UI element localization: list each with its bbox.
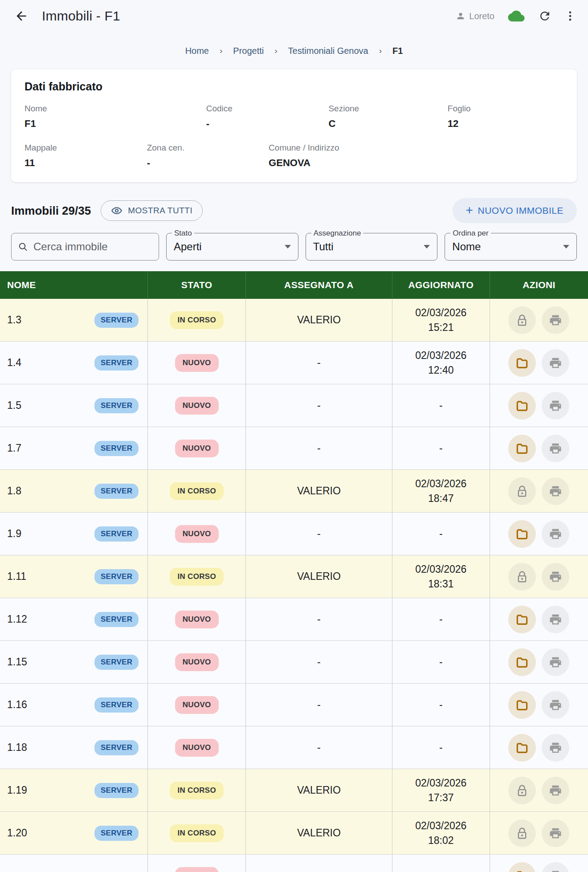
row-time: 18:47 [415, 491, 466, 506]
print-action-button[interactable] [542, 349, 569, 377]
card-title: Dati fabbricato [24, 80, 564, 93]
table-row[interactable]: 1.12 SERVER NUOVO - - [0, 598, 588, 641]
folder-action-button[interactable] [508, 392, 536, 420]
lock-action-button[interactable] [508, 563, 536, 591]
print-action-button[interactable] [542, 606, 569, 633]
back-arrow-icon [14, 9, 29, 23]
table-row[interactable]: SERVER NUOVO - - [0, 855, 588, 872]
row-updated: 02/03/2026 12:40 [415, 348, 466, 378]
page-title: Immobili - F1 [42, 8, 120, 24]
lock-icon [515, 784, 529, 797]
table-row[interactable]: 1.8 SERVER IN CORSO VALERIO 02/03/2026 1… [0, 470, 588, 513]
table-row[interactable]: 1.5 SERVER NUOVO - - [0, 384, 588, 427]
folder-action-button[interactable] [508, 734, 536, 762]
lock-action-button[interactable] [508, 819, 536, 847]
row-assigned: VALERIO [297, 485, 341, 497]
print-action-button[interactable] [542, 306, 569, 334]
print-action-button[interactable] [542, 648, 569, 676]
table-row[interactable]: 1.9 SERVER NUOVO - - [0, 513, 588, 555]
row-assigned: - [317, 870, 321, 872]
sync-cloud-icon[interactable] [507, 8, 526, 24]
row-date: - [439, 441, 443, 456]
table-row[interactable]: 1.7 SERVER NUOVO - - [0, 427, 588, 470]
status-pill: NUOVO [175, 696, 219, 714]
breadcrumb-separator: › [274, 46, 277, 56]
breadcrumb-progetti[interactable]: Progetti [233, 46, 264, 56]
assegnazione-select[interactable]: Assegnazione Tutti [306, 233, 438, 261]
row-time: 17:37 [415, 791, 466, 805]
folder-icon [515, 741, 529, 755]
status-pill: NUOVO [175, 397, 219, 415]
folder-icon [515, 698, 529, 712]
print-action-button[interactable] [542, 520, 569, 548]
row-updated: 02/03/2026 15:21 [415, 306, 466, 335]
row-updated: 02/03/2026 18:47 [415, 477, 466, 506]
field-nome: Nome F1 [24, 104, 206, 130]
chevron-down-icon [285, 245, 291, 249]
breadcrumb-testimoniali-genova[interactable]: Testimoniali Genova [288, 46, 368, 56]
server-badge: SERVER [94, 526, 139, 542]
lock-action-button[interactable] [508, 306, 536, 334]
lock-icon [515, 314, 529, 327]
folder-action-button[interactable] [508, 691, 536, 719]
table-row[interactable]: 1.15 SERVER NUOVO - - [0, 641, 588, 684]
print-action-button[interactable] [542, 563, 569, 591]
server-badge: SERVER [94, 826, 139, 841]
folder-action-button[interactable] [508, 349, 536, 377]
table-row[interactable]: 1.4 SERVER NUOVO - 02/03/2026 12:40 [0, 342, 588, 384]
column-header-nome: NOME [0, 271, 147, 299]
print-action-button[interactable] [542, 691, 569, 719]
server-badge: SERVER [94, 569, 139, 584]
ordina-per-select[interactable]: Ordina per Nome [445, 233, 577, 261]
row-date: - [439, 398, 443, 413]
row-assigned: - [317, 442, 321, 454]
status-pill: IN CORSO [170, 568, 223, 586]
new-immobile-button[interactable]: + NUOVO IMMOBILE [453, 198, 577, 223]
printer-icon [549, 656, 562, 669]
table-row[interactable]: 1.3 SERVER IN CORSO VALERIO 02/03/2026 1… [0, 299, 588, 342]
row-updated: - [439, 526, 443, 541]
row-name: 1.20 [7, 827, 27, 839]
print-action-button[interactable] [542, 477, 569, 505]
search-icon [18, 241, 28, 253]
print-action-button[interactable] [542, 777, 569, 804]
row-updated: 02/03/2026 17:37 [415, 776, 466, 805]
search-input[interactable] [33, 240, 152, 253]
user-chip[interactable]: Loreto [456, 11, 494, 21]
folder-action-button[interactable] [508, 606, 536, 633]
show-all-button[interactable]: MOSTRA TUTTI [101, 200, 203, 221]
server-badge: SERVER [94, 484, 139, 499]
folder-action-button[interactable] [508, 520, 536, 548]
row-name: 1.11 [7, 570, 26, 583]
search-box[interactable] [11, 233, 159, 261]
table-row[interactable]: 1.19 SERVER IN CORSO VALERIO 02/03/2026 … [0, 769, 588, 812]
server-badge: SERVER [94, 740, 139, 755]
status-pill: NUOVO [175, 739, 219, 757]
breadcrumb: Home › Progetti › Testimoniali Genova › … [0, 32, 588, 69]
folder-action-button[interactable] [508, 648, 536, 676]
print-action-button[interactable] [542, 819, 569, 847]
print-action-button[interactable] [542, 862, 569, 872]
stato-select[interactable]: Stato Aperti [166, 233, 298, 261]
lock-action-button[interactable] [508, 477, 536, 505]
row-assigned: - [317, 699, 321, 711]
print-action-button[interactable] [542, 734, 569, 762]
lock-action-button[interactable] [508, 777, 536, 804]
back-button[interactable] [12, 6, 31, 26]
table-row[interactable]: 1.11 SERVER IN CORSO VALERIO 02/03/2026 … [0, 555, 588, 598]
row-date: 02/03/2026 [415, 776, 466, 791]
folder-action-button[interactable] [508, 435, 536, 462]
overflow-menu-button[interactable] [564, 10, 576, 22]
row-date: 02/03/2026 [415, 477, 466, 491]
print-action-button[interactable] [542, 392, 569, 420]
folder-action-button[interactable] [508, 862, 536, 872]
row-date: - [439, 868, 443, 872]
lock-icon [515, 570, 529, 583]
folder-icon [515, 869, 529, 872]
table-row[interactable]: 1.20 SERVER IN CORSO VALERIO 02/03/2026 … [0, 812, 588, 855]
refresh-button[interactable] [538, 9, 551, 23]
table-row[interactable]: 1.16 SERVER NUOVO - - [0, 684, 588, 726]
breadcrumb-home[interactable]: Home [185, 46, 209, 56]
table-row[interactable]: 1.18 SERVER NUOVO - - [0, 726, 588, 769]
print-action-button[interactable] [542, 435, 569, 462]
